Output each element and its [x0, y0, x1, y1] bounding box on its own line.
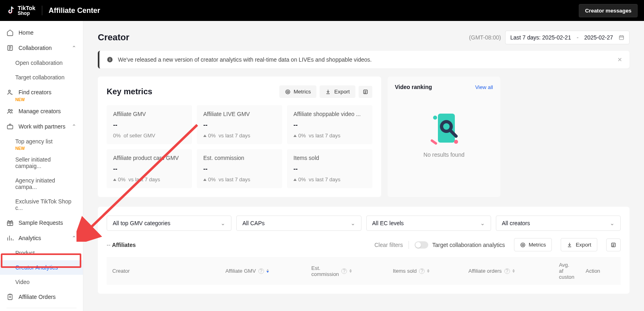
date-range-picker[interactable]: Last 7 days: 2025-02-21 - 2025-02-27: [505, 31, 630, 44]
sidebar-item-agency-initiated[interactable]: Agency initiated campa...: [0, 173, 83, 194]
sidebar-item-label: Video: [15, 279, 30, 285]
filter-select[interactable]: All creators⌄: [496, 216, 621, 231]
metrics-title: Key metrics: [107, 87, 276, 96]
metric-label: Affiliate LIVE GMV: [203, 111, 276, 117]
filter-select[interactable]: All top GMV categories⌄: [107, 216, 231, 231]
metric-card[interactable]: Est. commission--0% vs last 7 days: [197, 149, 282, 188]
clear-filters[interactable]: Clear filters: [374, 242, 403, 248]
metric-subtext: 0% vs last 7 days: [113, 176, 186, 182]
sidebar-item-home[interactable]: Home: [0, 25, 83, 40]
topbar: TikTok Shop Affiliate Center Creator mes…: [0, 0, 644, 21]
metrics-config-button[interactable]: Metrics: [279, 85, 317, 98]
logo[interactable]: TikTok Shop: [6, 5, 35, 16]
col-affiliate-gmv[interactable]: Affiliate GMV ?: [220, 257, 306, 285]
export-button[interactable]: Export: [320, 85, 355, 98]
customize-columns-button[interactable]: [359, 86, 372, 98]
select-value: All EC levels: [372, 220, 404, 226]
sort-icon: [266, 269, 269, 273]
sidebar-item-seller-initiated[interactable]: Seller initiated campaig...: [0, 152, 83, 173]
metric-value: --: [293, 165, 366, 172]
metric-value: --: [203, 121, 276, 129]
filter-select[interactable]: All EC levels⌄: [366, 216, 491, 231]
sidebar-item-creator-analytics[interactable]: Creator Analytics: [0, 260, 83, 275]
download-icon: [567, 242, 572, 248]
app-title: Affiliate Center: [49, 6, 100, 15]
table-metrics-button[interactable]: Metrics: [514, 238, 552, 251]
view-all-link[interactable]: View all: [475, 84, 493, 90]
svg-point-2: [8, 110, 10, 112]
info-icon: ?: [341, 268, 347, 274]
metric-subtext: 0% vs last 7 days: [203, 133, 276, 139]
sidebar-item-target-collaboration[interactable]: Target collaboration: [0, 70, 83, 85]
no-results-text: No results found: [395, 151, 493, 158]
sidebar-item-product[interactable]: Product: [0, 246, 83, 260]
info-icon: ?: [258, 268, 264, 274]
svg-rect-6: [8, 294, 12, 300]
chevron-down-icon: ⌄: [351, 220, 355, 226]
sidebar-item-label: Collaboration: [19, 45, 52, 51]
sidebar-item-analytics[interactable]: Analytics ⌃: [0, 230, 83, 246]
sidebar-item-video[interactable]: Video: [0, 275, 83, 289]
sort-icon: [427, 269, 429, 273]
metric-card[interactable]: Affiliate shoppable video ...--0% vs las…: [287, 105, 372, 144]
affiliates-table: Creator Affiliate GMV ?: [107, 257, 621, 285]
empty-state-icon: [428, 110, 460, 147]
sidebar-item-collaboration[interactable]: Collaboration ⌃: [0, 40, 83, 56]
svg-point-1: [8, 90, 10, 92]
sidebar-item-label: Seller initiated campaig...: [15, 156, 76, 169]
svg-point-18: [520, 243, 525, 247]
sidebar-item-top-agency[interactable]: Top agency list: [0, 134, 83, 149]
table-export-button[interactable]: Export: [561, 238, 597, 251]
date-start: Last 7 days: 2025-02-21: [510, 34, 571, 41]
sidebar: Home Collaboration ⌃ Open collaboration …: [0, 21, 83, 311]
calendar-icon: [619, 35, 624, 40]
sidebar-item-sample-requests[interactable]: Sample Requests: [0, 215, 83, 230]
svg-point-17: [454, 140, 458, 144]
sidebar-item-exclusive[interactable]: Exclusive TikTok Shop c...: [0, 194, 83, 215]
metric-value: --: [113, 165, 186, 172]
sidebar-item-manage-creators[interactable]: Manage creators: [0, 104, 83, 119]
list-icon: [611, 242, 616, 248]
sidebar-item-label: Find creators: [19, 89, 52, 95]
metric-card[interactable]: Items sold--0% vs last 7 days: [287, 149, 372, 188]
sidebar-item-open-collaboration[interactable]: Open collaboration: [0, 56, 83, 70]
home-icon: [6, 29, 14, 36]
metric-card[interactable]: Affiliate LIVE GMV--0% vs last 7 days: [197, 105, 282, 144]
col-est-commission[interactable]: Est. commission ?: [305, 257, 387, 285]
brand-top: TikTok: [18, 5, 35, 11]
sidebar-item-affiliate-orders[interactable]: Affiliate Orders: [0, 289, 83, 305]
table-columns-button[interactable]: [606, 238, 621, 251]
metric-label: Affiliate product card GMV: [113, 155, 186, 161]
col-items-sold[interactable]: Items sold ?: [387, 257, 463, 285]
download-icon: [325, 89, 331, 95]
col-avg[interactable]: Avg. af custon: [553, 257, 580, 285]
filter-select[interactable]: All CAPs⌄: [236, 216, 361, 231]
sort-icon: [349, 269, 352, 273]
target-icon: [520, 242, 526, 248]
col-affiliate-orders[interactable]: Affiliate orders ?: [463, 257, 553, 285]
close-icon[interactable]: ✕: [617, 56, 622, 63]
svg-point-11: [287, 91, 289, 93]
metric-value: --: [113, 121, 186, 129]
target-collab-toggle[interactable]: [415, 241, 428, 249]
ranking-title: Video ranking: [395, 84, 475, 90]
creator-messages-button[interactable]: Creator messages: [579, 4, 638, 17]
sidebar-item-label: Manage creators: [19, 108, 61, 114]
sidebar-item-find-creators[interactable]: Find creators: [0, 85, 83, 100]
col-creator[interactable]: Creator: [107, 257, 220, 285]
metric-value: --: [203, 165, 276, 172]
info-icon: ?: [419, 268, 425, 274]
chevron-up-icon: ⌃: [72, 45, 76, 51]
timezone-label: (GMT-08:00): [469, 34, 501, 41]
page-title: Creator: [98, 32, 129, 43]
metric-card[interactable]: Affiliate product card GMV--0% vs last 7…: [107, 149, 192, 188]
toggle-label: Target collaboration analytics: [432, 242, 505, 248]
sort-icon: [512, 269, 515, 273]
people-icon: [6, 108, 14, 115]
metric-card[interactable]: Affiliate GMV--0% of seller GMV: [107, 105, 192, 144]
col-action: Action: [580, 257, 621, 285]
chevron-down-icon: ⌄: [221, 220, 225, 226]
svg-point-10: [285, 89, 290, 94]
svg-rect-4: [7, 125, 13, 129]
sidebar-item-work-with-partners[interactable]: Work with partners ⌃: [0, 119, 83, 134]
